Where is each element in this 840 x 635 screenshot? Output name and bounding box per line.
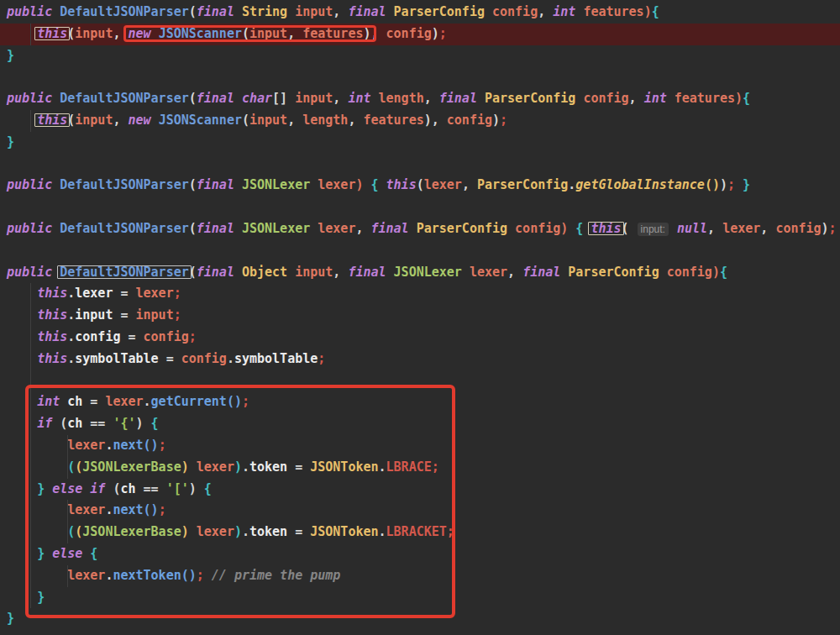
code-token: int (644, 91, 675, 106)
code-token (7, 590, 37, 605)
code-area[interactable]: public DefaultJSONParser(final String in… (0, 2, 840, 630)
code-token: Object (242, 265, 295, 280)
code-token: = (90, 394, 105, 409)
code-token: JSONLexerBase (82, 459, 181, 475)
code-line: } else if (ch == '[') { (0, 479, 840, 501)
code-token (189, 524, 197, 539)
code-token (189, 459, 197, 475)
code-token: final (197, 4, 242, 19)
code-token: } (37, 481, 45, 496)
code-token: features (583, 4, 643, 19)
code-token: ; (439, 26, 447, 41)
code-token: length (379, 91, 424, 106)
code-line: if (ch == '{') { (0, 413, 840, 435)
code-token: symbolTable (234, 351, 318, 366)
code-token: token (249, 459, 295, 475)
code-token: lexer (424, 177, 462, 192)
annotation-inline-box: new JSONScanner(input, features) (129, 26, 371, 41)
usage-highlight-box: this (37, 113, 67, 128)
indent-guide (30, 435, 31, 457)
code-token: lexer (197, 524, 234, 539)
code-token: final (371, 221, 417, 236)
code-token: final (522, 265, 568, 280)
code-token: ( (67, 113, 75, 128)
code-token: () (181, 568, 197, 583)
code-token: public (7, 91, 60, 106)
code-token: () (144, 438, 159, 453)
code-token (144, 416, 151, 431)
code-token: input (75, 307, 120, 323)
code-token: ) (644, 4, 652, 19)
code-token: ) (181, 524, 189, 539)
code-token (7, 481, 37, 496)
indent-guide (67, 500, 68, 522)
declaration-highlight-box: DefaultJSONParser (60, 265, 189, 280)
code-token: ( (242, 113, 249, 128)
indent-guide (67, 457, 68, 479)
code-token: lexer (722, 221, 760, 236)
code-token: new (129, 26, 159, 41)
code-line (0, 240, 840, 262)
code-token: , (287, 113, 302, 128)
code-token: final (197, 221, 242, 236)
indent-guide (67, 435, 68, 457)
code-token: } (7, 48, 14, 63)
code-token: , (113, 26, 128, 41)
code-token: config (667, 265, 712, 280)
code-token: getGlobalInstance (575, 177, 705, 192)
code-token: getCurrent (151, 394, 227, 409)
code-token: ; (500, 113, 507, 128)
code-token (7, 394, 37, 409)
code-token (7, 459, 67, 475)
code-editor[interactable]: public DefaultJSONParser(final String in… (0, 0, 840, 635)
code-token: { (371, 177, 386, 192)
code-line: lexer.next(); (0, 435, 840, 457)
code-token: JSONLexer (394, 265, 470, 280)
code-line: this.lexer = lexer; (0, 283, 840, 305)
code-token: ) (424, 113, 432, 128)
code-token: features (302, 26, 363, 41)
code-token: lexer (197, 459, 234, 475)
code-token: ) (234, 524, 242, 539)
code-line: ((JSONLexerBase) lexer).token = JSONToke… (0, 457, 840, 479)
code-line: } (0, 608, 840, 630)
code-token: ) (189, 481, 197, 496)
indent-guide (30, 413, 31, 435)
code-token: ( (622, 221, 637, 236)
code-token: ; (829, 221, 837, 236)
code-line: this.symbolTable = config.symbolTable; (0, 349, 840, 370)
code-token: { (90, 546, 97, 561)
code-token: '[' (166, 481, 189, 496)
code-token: == (90, 416, 113, 431)
code-token: null (677, 221, 707, 236)
code-token: if (37, 416, 60, 431)
code-token: lexer (318, 221, 355, 236)
code-token: input (249, 26, 287, 41)
code-token: // prime the pump (212, 568, 341, 583)
code-token: length (302, 113, 348, 128)
code-token: ParserConfig (568, 265, 666, 280)
code-token: input (295, 265, 333, 280)
code-token: symbolTable (75, 351, 165, 366)
indent-guide (30, 479, 31, 501)
code-line: int ch = lexer.getCurrent(); (0, 391, 840, 413)
code-token: config (181, 351, 227, 366)
indent-guide (30, 457, 31, 479)
code-token: ) (492, 113, 500, 128)
code-line (0, 197, 840, 218)
code-token: features (675, 91, 735, 106)
code-line: this(input, new JSONScanner(input, lengt… (0, 110, 840, 132)
indent-guide (30, 24, 31, 45)
code-token: ( (67, 459, 75, 475)
code-token: public (7, 265, 60, 280)
indent-guide (30, 349, 31, 370)
code-token: . (67, 307, 75, 323)
code-token: . (242, 459, 249, 475)
code-token: , (507, 265, 522, 280)
code-token: lexer (67, 568, 105, 583)
code-token (669, 221, 677, 236)
code-token: } (743, 177, 750, 192)
code-token: char (242, 91, 272, 106)
indent-guide (30, 110, 31, 132)
code-token: ; (174, 286, 181, 301)
